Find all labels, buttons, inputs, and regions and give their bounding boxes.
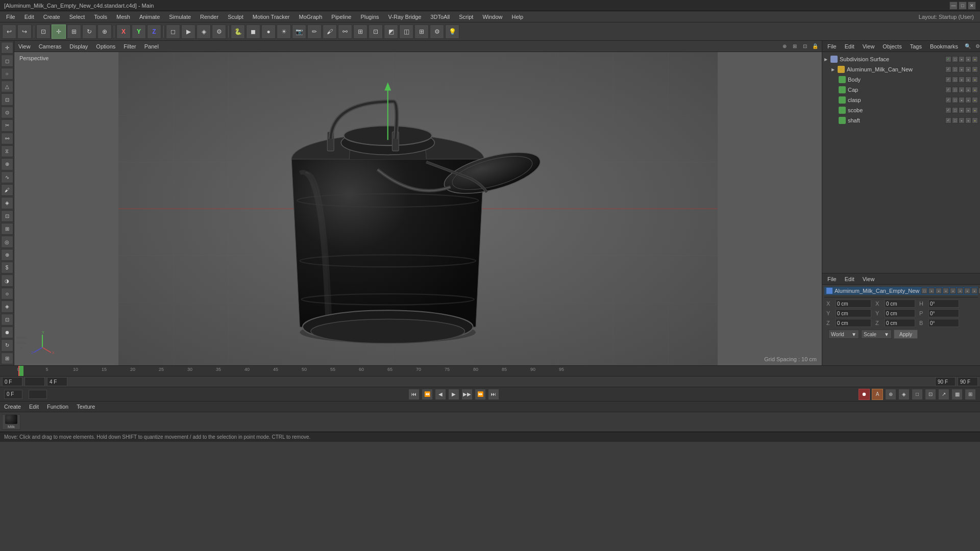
light-btn[interactable]: ☀: [277, 24, 291, 39]
mat-menu-create[interactable]: Create: [2, 403, 23, 411]
coord-z-pos[interactable]: [836, 319, 871, 327]
transport-motion[interactable]: ↗: [938, 389, 949, 400]
vp-menu-panel[interactable]: Panel: [142, 42, 161, 51]
magnet-btn[interactable]: ⚯: [338, 24, 352, 39]
left-btn-extra7[interactable]: ⊡: [1, 314, 13, 325]
attr-tag-icon-4[interactable]: ▪: [957, 288, 963, 294]
obj-tag-milkcan-1[interactable]: ▪: [959, 66, 965, 72]
obj-vis-clasp-2[interactable]: □: [952, 97, 958, 103]
left-btn-extra1[interactable]: ◎: [1, 236, 13, 247]
obj-item-subdivision[interactable]: Subdivision Surface ✓ □ ▪ ▪ ▪: [822, 54, 980, 64]
vp-icon-zoom[interactable]: ⊞: [790, 42, 799, 51]
attr-tag-icon-3[interactable]: ▪: [950, 288, 956, 294]
transport-next-key[interactable]: ⏩: [475, 389, 486, 400]
scale-button[interactable]: ⊞: [67, 24, 81, 39]
obj-visibility-2[interactable]: □: [952, 56, 958, 62]
left-btn-extra6[interactable]: ◈: [1, 300, 13, 312]
maximize-button[interactable]: □: [959, 2, 967, 10]
obj-tag-body-1[interactable]: ▪: [959, 77, 965, 83]
obj-tag-body-3[interactable]: ▪: [972, 77, 978, 83]
menu-window[interactable]: Window: [478, 13, 506, 21]
transport-frame-input[interactable]: 0 F: [4, 390, 22, 399]
coord-p-rot[interactable]: [928, 309, 959, 317]
attr-tag-icon-6[interactable]: ▪: [971, 288, 977, 294]
attr-tab-edit[interactable]: Edit: [842, 275, 857, 283]
left-btn-select-path[interactable]: ⊡: [1, 93, 13, 105]
obj-item-scobe[interactable]: scobe ✓ □ ▪ ▪ ▪: [822, 105, 980, 115]
vp-icon-move[interactable]: ⊕: [780, 42, 789, 51]
deform-btn[interactable]: ⊡: [369, 24, 383, 39]
obj-vis-clasp-1[interactable]: ✓: [945, 97, 951, 103]
coord-y-pos[interactable]: [836, 309, 871, 317]
render-settings-btn[interactable]: ⚙: [212, 24, 226, 39]
vp-menu-options[interactable]: Options: [94, 42, 117, 51]
obj-tab-view[interactable]: View: [860, 42, 878, 51]
transport-play[interactable]: ▶: [448, 389, 459, 400]
obj-item-body[interactable]: Body ✓ □ ▪ ▪ ▪: [822, 74, 980, 85]
material-swatch-milk[interactable]: Milk: [2, 414, 20, 430]
obj-item-cap[interactable]: Cap ✓ □ ▪ ▪ ▪: [822, 85, 980, 95]
menu-simulate[interactable]: Simulate: [165, 13, 195, 21]
x-axis-button[interactable]: X: [116, 24, 131, 39]
menu-script[interactable]: Script: [455, 13, 477, 21]
obj-tab-objects[interactable]: Objects: [879, 42, 904, 51]
coord-x-pos[interactable]: [836, 299, 871, 308]
menu-mesh[interactable]: Mesh: [112, 13, 134, 21]
menu-plugins[interactable]: Plugins: [356, 13, 383, 21]
left-btn-select-circle[interactable]: ○: [1, 68, 13, 80]
grid-btn[interactable]: ⊞: [414, 24, 429, 39]
obj-tab-edit[interactable]: Edit: [842, 42, 857, 51]
obj-tag-milkcan-3[interactable]: ▪: [972, 66, 978, 72]
attr-lock-icon[interactable]: □: [921, 288, 927, 294]
left-btn-select-poly[interactable]: △: [1, 81, 13, 92]
obj-icon-search[interactable]: 🔍: [963, 42, 972, 51]
transport-autokey[interactable]: A: [872, 389, 883, 400]
left-btn-snap[interactable]: ⊕: [1, 158, 13, 170]
obj-item-clasp[interactable]: clasp ✓ □ ▪ ▪ ▪: [822, 95, 980, 105]
vp-menu-cameras[interactable]: Cameras: [37, 42, 64, 51]
transport-play-fwd[interactable]: ▶▶: [461, 389, 473, 400]
attr-tab-view[interactable]: View: [860, 275, 878, 283]
vp-icon-lock[interactable]: 🔒: [811, 42, 820, 51]
transport-prev-key[interactable]: ⏪: [422, 389, 433, 400]
coord-h-rot[interactable]: [928, 299, 959, 308]
obj-tag-shaft-2[interactable]: ▪: [965, 117, 971, 123]
obj-vis-scobe-1[interactable]: ✓: [945, 107, 951, 113]
object-mode-button[interactable]: ◻: [166, 24, 180, 39]
transport-record[interactable]: ⏺: [859, 389, 870, 400]
menu-sculpt[interactable]: Sculpt: [224, 13, 248, 21]
snap-btn[interactable]: ◫: [399, 24, 413, 39]
obj-vis-shaft-1[interactable]: ✓: [945, 117, 951, 123]
menu-3dtoall[interactable]: 3DToAll: [426, 13, 454, 21]
settings-btn[interactable]: ⚙: [430, 24, 444, 39]
left-btn-magnet[interactable]: ⚯: [1, 133, 13, 144]
obj-vis-milkcan-1[interactable]: ✓: [945, 66, 951, 72]
vp-menu-display[interactable]: Display: [67, 42, 90, 51]
menu-help[interactable]: Help: [508, 13, 528, 21]
left-btn-extra3[interactable]: $: [1, 262, 13, 273]
transform-button[interactable]: ⊕: [97, 24, 112, 39]
transport-ik[interactable]: ⊡: [925, 389, 936, 400]
left-btn-knife[interactable]: ✂: [1, 119, 13, 131]
frame-range-start[interactable]: 4 F: [47, 377, 67, 386]
minimize-button[interactable]: —: [949, 2, 958, 10]
frame-range-end[interactable]: 90 F: [958, 377, 978, 386]
left-btn-mirror[interactable]: ⧖: [1, 145, 13, 157]
obj-tag-cap-1[interactable]: ▪: [959, 87, 965, 93]
obj-tag-scobe-2[interactable]: ▪: [965, 107, 971, 113]
cube-btn[interactable]: ◼: [246, 24, 260, 39]
obj-tag-cap-2[interactable]: ▪: [965, 87, 971, 93]
transport-next-frame[interactable]: ⏭: [488, 389, 499, 400]
left-btn-rigging[interactable]: ⊞: [1, 223, 13, 235]
attr-tab-file[interactable]: File: [824, 275, 840, 283]
attr-tag-icon-2[interactable]: ▪: [943, 288, 949, 294]
world-dropdown[interactable]: World ▼: [828, 330, 859, 339]
obj-tag-3[interactable]: ▪: [972, 56, 978, 62]
playblast-button[interactable]: ▶: [181, 24, 195, 39]
left-btn-move[interactable]: ✛: [1, 42, 13, 54]
left-btn-live-select[interactable]: ⊙: [1, 107, 13, 118]
undo-button[interactable]: ↩: [2, 24, 16, 39]
transport-extra[interactable]: ⊞: [965, 389, 976, 400]
mat-menu-edit[interactable]: Edit: [27, 403, 41, 411]
obj-tag-milkcan-2[interactable]: ▪: [965, 66, 971, 72]
